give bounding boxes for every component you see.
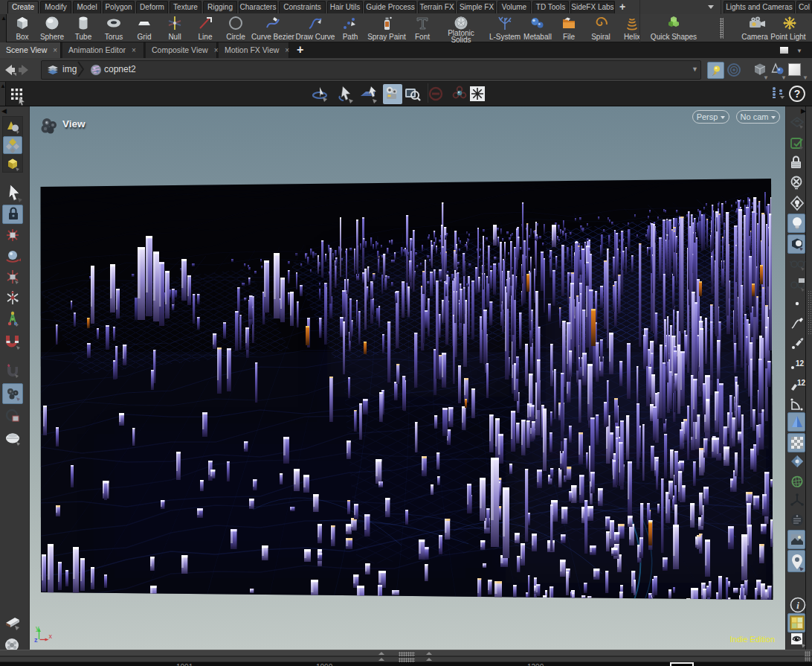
- svg-text:i: i: [796, 600, 799, 611]
- svg-text:?: ?: [794, 88, 801, 100]
- svg-text:z: z: [34, 636, 38, 644]
- svg-text:12: 12: [796, 359, 805, 368]
- svg-text:12: 12: [797, 379, 806, 387]
- svg-text:x: x: [49, 633, 53, 640]
